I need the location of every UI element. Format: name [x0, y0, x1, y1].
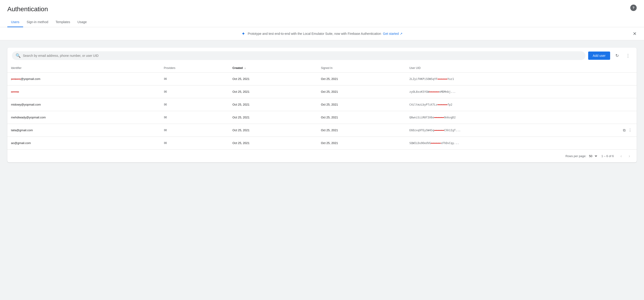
providers-cell: ✉ — [160, 73, 229, 85]
table-row: laila@gmail.com✉Oct 25, 2021Oct 25, 2021… — [7, 124, 637, 137]
email-provider-icon: ✉ — [164, 115, 167, 119]
identifier-cell: midowy@yopmail.com — [7, 98, 160, 111]
row-actions-cell: ⧉ ⋮ — [618, 124, 637, 137]
signed-in-cell: Oct 25, 2021 — [317, 98, 406, 111]
copy-uid-button[interactable]: ⧉ — [622, 76, 626, 82]
email-provider-icon: ✉ — [164, 103, 167, 107]
email-provider-icon: ✉ — [164, 141, 167, 145]
table-body: p••b♦••j@yopmail.com ✉Oct 25, 2021Oct 25… — [7, 73, 637, 150]
uid-cell: C4iltmzLbyP7zX7Lv••••••fp2 — [406, 98, 618, 111]
row-more-button[interactable]: ⋮ — [627, 76, 633, 82]
prev-page-button[interactable]: ‹ — [618, 152, 625, 160]
col-signed-in: Signed In — [317, 64, 406, 73]
table-header: Identifier Providers Created ↓ Signed In… — [7, 64, 637, 73]
signed-in-cell: Oct 25, 2021 — [317, 137, 406, 150]
col-providers: Providers — [160, 64, 229, 73]
identifier-cell: p••b♦••j@yopmail.com — [7, 73, 160, 85]
copy-uid-button[interactable]: ⧉ — [622, 89, 626, 95]
help-icon[interactable]: ? — [630, 5, 637, 11]
tab-sign-in-method[interactable]: Sign-in method — [23, 18, 52, 27]
tabs-nav: Users Sign-in method Templates Usage — [7, 18, 637, 27]
search-input[interactable] — [23, 54, 582, 58]
row-actions-cell: ⧉ ⋮ — [618, 111, 637, 124]
created-cell: Oct 25, 2021 — [229, 85, 317, 98]
uid-cell: SQWILDu9OedVG••••••xFhDvCqy... — [406, 137, 618, 150]
providers-cell: ✉ — [160, 124, 229, 137]
providers-cell: ✉ — [160, 85, 229, 98]
row-actions: ⧉ ⋮ — [622, 127, 633, 133]
tab-usage[interactable]: Usage — [74, 18, 90, 27]
search-icon: 🔍 — [16, 53, 20, 58]
providers-cell: ✉ — [160, 137, 229, 150]
copy-uid-button[interactable]: ⧉ — [622, 115, 626, 120]
copy-uid-button[interactable]: ⧉ — [622, 140, 626, 146]
row-actions-cell: ⧉ ⋮ — [618, 137, 637, 150]
table-row: mehdiwady@yopmail.com✉Oct 25, 2021Oct 25… — [7, 111, 637, 124]
tab-templates[interactable]: Templates — [52, 18, 74, 27]
row-more-button[interactable]: ⋮ — [627, 114, 633, 120]
email-provider-icon: ✉ — [164, 90, 167, 94]
col-actions — [618, 64, 637, 73]
col-created[interactable]: Created ↓ — [229, 64, 317, 73]
identifier-cell: ao@gmail.com — [7, 137, 160, 150]
sparkle-icon: ✦ — [242, 31, 245, 37]
banner: ✦ Prototype and test end-to-end with the… — [0, 27, 644, 40]
refresh-icon: ↻ — [616, 53, 619, 58]
sort-arrow-icon: ↓ — [244, 66, 246, 70]
copy-uid-button[interactable]: ⧉ — [622, 102, 626, 108]
page-header: Authentication ? Users Sign-in method Te… — [0, 0, 644, 27]
created-cell: Oct 25, 2021 — [229, 124, 317, 137]
identifier-cell: laila@gmail.com — [7, 124, 160, 137]
rows-per-page-select[interactable]: 50 25 100 — [588, 154, 598, 158]
rows-per-page-label: Rows per page: — [566, 154, 586, 158]
search-toolbar: 🔍 Add user ↻ ⋮ — [7, 48, 637, 64]
table-row: p••b♦••j@yopmail.com ✉Oct 25, 2021Oct 25… — [7, 73, 637, 85]
providers-cell: ✉ — [160, 111, 229, 124]
more-options-button[interactable]: ⋮ — [624, 52, 632, 60]
row-more-button[interactable]: ⋮ — [627, 140, 633, 146]
next-page-button[interactable]: › — [626, 152, 633, 160]
created-cell: Oct 25, 2021 — [229, 98, 317, 111]
identifier-cell: mehdiwady@yopmail.com — [7, 111, 160, 124]
identifier-cell: a••••ic — [7, 85, 160, 98]
get-started-label: Get started — [383, 32, 399, 36]
col-uid: User UID — [406, 64, 618, 73]
banner-text: Prototype and test end-to-end with the L… — [248, 32, 381, 36]
add-user-button[interactable]: Add user — [588, 52, 610, 60]
table-row: midowy@yopmail.com✉Oct 25, 2021Oct 25, 2… — [7, 98, 637, 111]
signed-in-cell: Oct 25, 2021 — [317, 111, 406, 124]
email-provider-icon: ✉ — [164, 77, 167, 81]
uid-cell: E6Dzxq9TEySW4Sq••••••Chh1IgT... — [406, 124, 618, 137]
page-info: 1 – 6 of 6 — [602, 154, 614, 158]
row-more-button[interactable]: ⋮ — [627, 101, 633, 108]
row-more-button[interactable]: ⋮ — [627, 89, 633, 95]
signed-in-cell: Oct 25, 2021 — [317, 124, 406, 137]
users-table: Identifier Providers Created ↓ Signed In… — [7, 64, 637, 149]
refresh-button[interactable]: ↻ — [613, 52, 621, 60]
signed-in-cell: Oct 25, 2021 — [317, 73, 406, 85]
uid-cell: Q8wniSiiR0f3X6e••••••9nkvgD2 — [406, 111, 618, 124]
copy-uid-button[interactable]: ⧉ — [622, 127, 626, 133]
row-actions-cell: ⧉ ⋮ — [618, 85, 637, 98]
providers-cell: ✉ — [160, 98, 229, 111]
more-icon: ⋮ — [626, 53, 630, 58]
col-identifier: Identifier — [7, 64, 160, 73]
pagination-bar: Rows per page: 50 25 100 1 – 6 of 6 ‹ › — [7, 149, 637, 162]
uid-cell: zyOL8xxK5YGW••••••nMDMnbj... — [406, 85, 618, 98]
created-cell: Oct 25, 2021 — [229, 137, 317, 150]
uid-cell: 2LZyifHKPiSOWSqYF••••••Yuz1 — [406, 73, 618, 85]
users-card: 🔍 Add user ↻ ⋮ Identifier Providers — [7, 48, 637, 162]
main-content: 🔍 Add user ↻ ⋮ Identifier Providers — [0, 40, 644, 170]
external-link-icon: ↗ — [400, 32, 402, 36]
created-cell: Oct 25, 2021 — [229, 111, 317, 124]
search-box: 🔍 — [12, 51, 586, 60]
get-started-link[interactable]: Get started ↗ — [383, 32, 402, 36]
row-more-button[interactable]: ⋮ — [627, 127, 633, 133]
banner-close-button[interactable]: ✕ — [633, 31, 637, 37]
page-navigation: ‹ › — [618, 152, 633, 160]
created-cell: Oct 25, 2021 — [229, 73, 317, 85]
tab-users[interactable]: Users — [7, 18, 23, 27]
signed-in-cell: Oct 25, 2021 — [317, 85, 406, 98]
rows-per-page: Rows per page: 50 25 100 — [566, 154, 598, 158]
email-provider-icon: ✉ — [164, 128, 167, 132]
